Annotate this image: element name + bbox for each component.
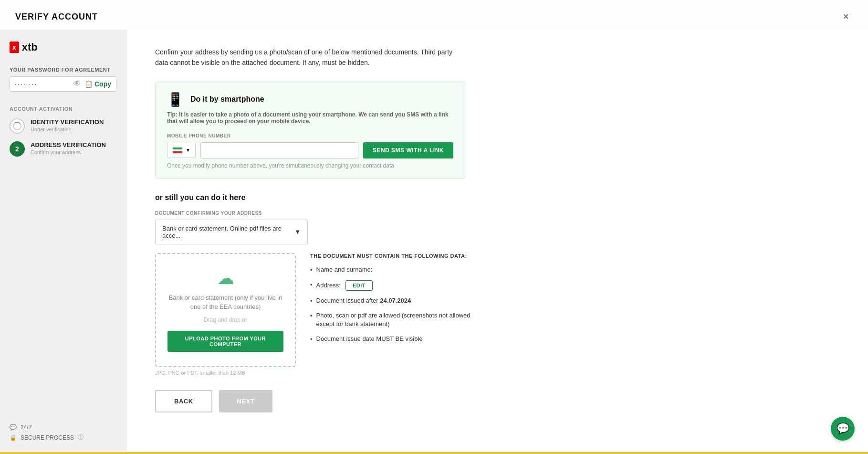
- smartphone-title: Do it by smartphone: [190, 95, 264, 104]
- upload-box: ☁ Bank or card statement (only if you li…: [155, 253, 296, 367]
- address-step-text: ADDRESS VERIFICATION Confirm your addres…: [31, 141, 106, 155]
- bottom-bar: [0, 452, 868, 454]
- eye-icon[interactable]: 👁: [73, 80, 81, 88]
- address-step-label: ADDRESS VERIFICATION: [31, 141, 106, 148]
- bullet-icon: •: [310, 281, 313, 289]
- step-identity: IDENTITY VERIFICATION Under verification: [10, 118, 116, 134]
- chat-support-icon: 💬: [10, 424, 17, 431]
- file-note: JPG, PNG or PDF, smaller than 12 MB: [155, 370, 245, 376]
- edit-button[interactable]: EDIT: [345, 280, 373, 291]
- copy-icon: 📋: [84, 80, 93, 88]
- requirements-box: THE DOCUMENT MUST CONTAIN THE FOLLOWING …: [310, 253, 489, 349]
- document-dropdown-value: Bank or card statement. Online pdf files…: [162, 225, 294, 239]
- bullet-icon: •: [310, 266, 313, 275]
- req-issued-date: 24.07.2024: [380, 297, 411, 304]
- modal-overlay: VERIFY ACCOUNT × x xtb YOUR PASSWORD FOR…: [0, 0, 868, 454]
- phone-note: Once you modify phone number above, you'…: [167, 162, 453, 169]
- tip-text: : It is easier to take a photo of a docu…: [167, 111, 449, 125]
- req-issued-text: Document issued after 24.07.2024: [316, 296, 411, 305]
- document-dropdown[interactable]: Bank or card statement. Online pdf files…: [155, 220, 308, 244]
- req-photo-text: Photo, scan or pdf are allowed (screensh…: [316, 311, 489, 328]
- copy-label: Copy: [94, 80, 111, 88]
- close-button[interactable]: ×: [839, 9, 853, 25]
- country-select[interactable]: ▼: [167, 143, 196, 158]
- upload-description: Bank or card statement (only if you live…: [167, 293, 283, 312]
- req-address-text: Address:: [316, 281, 341, 290]
- requirements-title: THE DOCUMENT MUST CONTAIN THE FOLLOWING …: [310, 253, 489, 259]
- logo-text: xtb: [22, 41, 38, 53]
- info-icon[interactable]: ⓘ: [78, 433, 84, 442]
- lock-icon: 🔒: [10, 434, 17, 441]
- upload-button[interactable]: UPLOAD PHOTO FROM YOUR COMPUTER: [167, 331, 283, 352]
- req-date-visible-text: Document issue date MUST BE visible: [316, 335, 423, 343]
- smartphone-icon: 📱: [167, 92, 184, 107]
- or-still-title: or still you can do it here: [155, 193, 839, 202]
- password-dots: ········: [15, 80, 73, 88]
- support-label: 24/7: [21, 424, 31, 431]
- bullet-icon: •: [310, 312, 313, 320]
- chat-bubble-icon: 💬: [837, 422, 849, 435]
- upload-section-row: ☁ Bank or card statement (only if you li…: [155, 253, 489, 376]
- phone-input-label: MOBILE PHONE NUMBER: [167, 133, 453, 138]
- identity-step-text: IDENTITY VERIFICATION Under verification: [31, 118, 104, 132]
- secure-label: SECURE PROCESS: [21, 434, 74, 441]
- support-item: 💬 24/7: [10, 424, 116, 431]
- smartphone-header: 📱 Do it by smartphone: [167, 92, 453, 107]
- account-activation-label: ACCOUNT ACTIVATION: [10, 106, 116, 112]
- smartphone-tip: Tip: It is easier to take a photo of a d…: [167, 111, 453, 125]
- modal-header: VERIFY ACCOUNT ×: [0, 0, 868, 30]
- password-field-wrapper: ········ 👁 📋 Copy: [10, 76, 116, 92]
- tip-bold: Tip: [167, 111, 176, 118]
- req-name-text: Name and surname:: [316, 265, 373, 274]
- action-buttons: BACK NEXT: [155, 390, 839, 412]
- copy-button[interactable]: 📋 Copy: [84, 80, 111, 88]
- modal-body: x xtb YOUR PASSWORD FOR AGREEMENT ······…: [0, 30, 868, 454]
- phone-number-input[interactable]: [200, 142, 358, 158]
- chevron-down-icon: ▼: [186, 148, 190, 153]
- requirements-list: • Name and surname: • Address: EDIT •: [310, 265, 489, 344]
- drag-drop-text: Drag and drop or: [204, 317, 247, 323]
- dropdown-chevron-icon: ▼: [294, 228, 301, 235]
- password-label: YOUR PASSWORD FOR AGREEMENT: [10, 67, 116, 73]
- password-section: YOUR PASSWORD FOR AGREEMENT ········ 👁 📋…: [10, 67, 116, 95]
- req-name: • Name and surname:: [310, 265, 489, 275]
- address-row: Address: EDIT: [316, 280, 373, 291]
- sidebar-footer: 💬 24/7 🔒 SECURE PROCESS ⓘ: [10, 414, 116, 444]
- address-step-number: 2: [15, 145, 19, 153]
- address-step-sublabel: Confirm your address: [31, 149, 106, 155]
- send-sms-button[interactable]: SEND SMS WITH A LINK: [363, 142, 453, 158]
- back-button[interactable]: BACK: [155, 390, 212, 412]
- sidebar: x xtb YOUR PASSWORD FOR AGREEMENT ······…: [0, 30, 126, 454]
- req-date-visible: • Document issue date MUST BE visible: [310, 335, 489, 344]
- modal-title: VERIFY ACCOUNT: [15, 12, 98, 22]
- req-issued: • Document issued after 24.07.2024: [310, 296, 489, 306]
- chat-bubble[interactable]: 💬: [831, 417, 855, 441]
- next-button[interactable]: NEXT: [219, 390, 273, 412]
- bulgaria-flag: [172, 147, 183, 154]
- main-content: Confirm your address by sending us a pho…: [126, 30, 868, 454]
- req-photo: • Photo, scan or pdf are allowed (screen…: [310, 311, 489, 328]
- step-address: 2 ADDRESS VERIFICATION Confirm your addr…: [10, 141, 116, 157]
- identity-step-sublabel: Under verification: [31, 127, 104, 132]
- address-step-icon: 2: [10, 141, 25, 157]
- upload-column: ☁ Bank or card statement (only if you li…: [155, 253, 296, 376]
- document-select-label: DOCUMENT CONFIRMING YOUR ADDRESS: [155, 211, 839, 216]
- smartphone-card: 📱 Do it by smartphone Tip: It is easier …: [155, 82, 465, 179]
- upload-cloud-icon: ☁: [217, 268, 234, 288]
- bullet-icon: •: [310, 335, 313, 344]
- identity-step-label: IDENTITY VERIFICATION: [31, 118, 104, 126]
- bullet-icon: •: [310, 297, 313, 306]
- secure-item: 🔒 SECURE PROCESS ⓘ: [10, 433, 116, 442]
- logo-area: x xtb: [10, 41, 116, 53]
- identity-step-icon: [10, 118, 25, 134]
- phone-input-row: ▼ SEND SMS WITH A LINK: [167, 142, 453, 158]
- loading-spinner: [13, 122, 21, 130]
- logo-icon: x: [10, 42, 19, 53]
- req-address: • Address: EDIT: [310, 280, 489, 291]
- intro-text: Confirm your address by sending us a pho…: [155, 47, 465, 68]
